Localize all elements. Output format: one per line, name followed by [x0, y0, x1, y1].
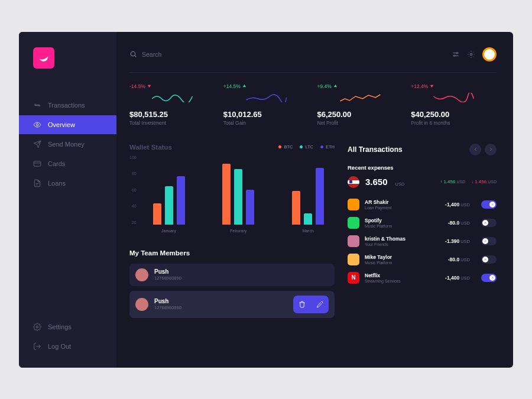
month-label: March — [281, 229, 335, 233]
stat-label: Total Gain — [223, 120, 309, 126]
chart-bar — [292, 191, 300, 224]
eye-icon — [33, 121, 41, 129]
delta-down: ↓ 1.456 USD — [471, 179, 497, 184]
nav-label: Log Out — [48, 343, 71, 350]
wallet-title: Wallet Status — [129, 144, 268, 151]
transaction-amount: -1,400USD — [445, 202, 470, 207]
chart-bar — [246, 190, 254, 225]
stat-value: $10,012.65 — [223, 110, 309, 119]
stat-value: $40,250.00 — [411, 110, 497, 119]
toggle-knob — [489, 275, 495, 281]
sparkline — [129, 93, 215, 102]
svg-point-6 — [470, 53, 472, 56]
legend-item: BTC — [278, 144, 293, 150]
svg-point-0 — [36, 124, 38, 126]
sidebar-item-transactions[interactable]: Transactions — [19, 96, 116, 115]
y-axis: 10080604020 — [129, 155, 137, 234]
sidebar-item-settings[interactable]: Settings — [19, 317, 116, 336]
transaction-toggle[interactable] — [481, 200, 497, 209]
stat-label: Net Profit — [317, 120, 403, 126]
user-avatar[interactable] — [482, 47, 497, 61]
transaction-amount: -1.390USD — [445, 238, 470, 244]
chart-bars: JanuaryFeburaryMarch — [142, 155, 335, 234]
next-button[interactable] — [485, 144, 497, 155]
search-box[interactable]: Search — [129, 50, 445, 58]
expenses-summary: 3.650 USD ↑ 1.456 USD ↓ 1.456 USD — [348, 176, 497, 188]
transaction-avatar — [348, 199, 359, 210]
nav-label: Overview — [48, 121, 75, 128]
sidebar-item-loans[interactable]: Loans — [19, 174, 116, 193]
topbar: Search — [129, 47, 497, 61]
sidebar-item-send-money[interactable]: Send Money — [19, 135, 116, 154]
divider — [129, 72, 497, 73]
y-tick: 60 — [129, 188, 137, 192]
month-group: Feburary — [212, 155, 265, 225]
transaction-toggle[interactable] — [481, 274, 497, 282]
transaction-name: Mike Taylor — [365, 254, 392, 260]
logo — [33, 47, 54, 69]
member-id: 12768980890 — [154, 275, 181, 281]
prev-button[interactable] — [469, 144, 481, 155]
legend-dot — [278, 145, 281, 148]
toggle-knob — [489, 202, 495, 207]
transaction-name: Netflix — [365, 273, 401, 278]
gear-icon — [33, 323, 41, 331]
nav-label: Settings — [48, 323, 72, 330]
sidebar-item-logout[interactable]: Log Out — [19, 337, 116, 356]
sidebar-item-overview[interactable]: Overview — [19, 115, 116, 134]
member-name: Push — [154, 268, 181, 275]
team-actions — [293, 296, 329, 313]
nav-main: Transactions Overview Send Money Cards L… — [19, 96, 116, 193]
member-name: Push — [154, 298, 181, 304]
chart-bar — [304, 213, 312, 225]
team-member-item[interactable]: Push12768980890 — [129, 291, 335, 318]
legend-item: ETH — [320, 144, 335, 150]
svg-point-3 — [131, 51, 135, 56]
stat-card: +14.5% $10,012.65 Total Gain — [223, 83, 309, 126]
swap-icon — [33, 101, 41, 109]
legend-item: LTC — [300, 144, 313, 150]
stat-card: +9.4% $6,250.00 Net Profit — [317, 83, 403, 126]
transaction-avatar: N — [348, 272, 359, 284]
svg-point-4 — [456, 52, 458, 53]
stat-value: $6,250.00 — [317, 110, 403, 119]
chart-bar — [165, 186, 173, 224]
sliders-icon[interactable] — [452, 50, 460, 59]
svg-point-2 — [36, 326, 38, 328]
app-window: Transactions Overview Send Money Cards L… — [19, 32, 513, 368]
stat-card: -14.5% $80,515.25 Total Investment — [129, 83, 215, 126]
caret-down-icon — [430, 84, 434, 88]
delta-up: ↑ 1.456 USD — [440, 179, 465, 184]
transaction-sub: Streaming Services — [365, 279, 401, 283]
team-member-item[interactable]: Push12768980890 — [129, 264, 335, 286]
delete-button[interactable] — [293, 296, 311, 313]
transaction-item: AR ShakirLoan Payment -1,400USD — [348, 199, 497, 210]
team-title: My Team Members — [129, 249, 335, 257]
transaction-item: SpotifyMusic Platform -80.0USD — [348, 217, 497, 229]
transaction-item: Mike TaylorMusic Platform -80.0USD — [348, 254, 497, 265]
transaction-toggle[interactable] — [481, 255, 497, 264]
svg-rect-1 — [34, 161, 41, 166]
transaction-toggle[interactable] — [481, 237, 497, 245]
settings-icon[interactable] — [467, 50, 475, 59]
transaction-name: Spotify — [365, 218, 392, 223]
y-tick: 40 — [129, 204, 137, 208]
transactions-list: AR ShakirLoan Payment -1,400USD SpotifyM… — [348, 199, 497, 284]
bird-icon — [38, 52, 50, 64]
transaction-amount: -1,400USD — [445, 275, 470, 281]
wallet-header: Wallet Status BTCLTCETH — [129, 144, 335, 151]
edit-button[interactable] — [311, 296, 329, 313]
transaction-name: AR Shakir — [365, 199, 391, 205]
transaction-toggle[interactable] — [481, 219, 497, 227]
nav-bottom: Settings Log Out — [19, 317, 116, 356]
transaction-avatar — [348, 235, 359, 247]
transactions-header: All Transactions — [348, 144, 497, 155]
card-icon — [33, 160, 41, 168]
member-id: 12768980890 — [154, 305, 181, 310]
recent-expenses-label: Recent expenses — [348, 164, 497, 171]
transaction-sub: Loan Payment — [365, 206, 391, 210]
caret-up-icon — [333, 84, 338, 88]
stat-change: +14.5% — [223, 83, 309, 89]
sidebar-item-cards[interactable]: Cards — [19, 154, 116, 173]
main-content: Search -14.5% $80,515.25 Total Investmen… — [116, 32, 513, 368]
